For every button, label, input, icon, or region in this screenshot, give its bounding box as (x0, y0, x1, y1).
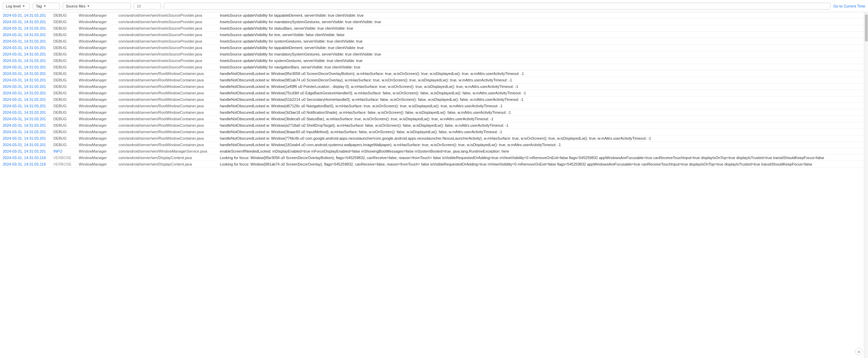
table-row: 2024-03-31, 14:31:03.201 DEBUG WindowMan… (0, 58, 864, 64)
log-time[interactable]: 2024-03-31, 14:31:03.201 (0, 77, 51, 83)
log-time[interactable]: 2024-03-31, 14:31:03.216 (0, 155, 51, 161)
log-time[interactable]: 2024-03-31, 14:31:03.201 (0, 12, 51, 19)
table-row: 2024-03-31, 14:31:03.201 DEBUG WindowMan… (0, 45, 864, 51)
log-time[interactable]: 2024-03-31, 14:31:03.201 (0, 25, 51, 32)
log-time[interactable]: 2024-03-31, 14:31:03.201 (0, 122, 51, 129)
log-message: Looking for focus: Window{981ab74 u0 Scr… (217, 161, 864, 168)
log-source: com/android/server/wm/RootWindowContaine… (116, 90, 217, 96)
search-input[interactable] (134, 3, 161, 10)
log-source: com/android/server/wm/RootWindowContaine… (116, 135, 217, 142)
table-row: 2024-03-31, 14:31:03.201 DEBUG WindowMan… (0, 109, 864, 116)
log-source: com/android/server/wm/RootWindowContaine… (116, 83, 217, 90)
log-level: DEBUG (51, 38, 76, 45)
log-level: DEBUG (51, 122, 76, 129)
log-time[interactable]: 2024-03-31, 14:31:03.201 (0, 142, 51, 148)
log-source: com/android/server/wm/RootWindowContaine… (116, 122, 217, 129)
log-time[interactable]: 2024-03-31, 14:31:03.201 (0, 148, 51, 155)
log-source: com/android/server/wm/InsetsSourceProvid… (116, 25, 217, 32)
log-tag: WindowManager (76, 19, 116, 25)
log-level: DEBUG (51, 12, 76, 19)
log-level: DEBUG (51, 71, 76, 77)
log-time[interactable]: 2024-03-31, 14:31:03.201 (0, 19, 51, 25)
log-level: VERBOSE (51, 161, 76, 168)
log-message: handleNotObscuredLocked w: Window{981ab7… (217, 77, 864, 83)
go-to-current-button[interactable]: Go to Current Time (833, 4, 865, 8)
log-level: DEBUG (51, 45, 76, 51)
log-message: handleNotObscuredLocked w: Window{d67126… (217, 103, 864, 109)
log-level-dropdown[interactable]: Log level ▼ (3, 3, 30, 10)
log-source: com/android/server/wm/RootWindowContaine… (116, 109, 217, 116)
log-message: InsetsSource updateVisibility for system… (217, 38, 864, 45)
log-tag: WindowManager (76, 83, 116, 90)
log-level: DEBUG (51, 96, 76, 103)
tag-dropdown[interactable]: Tag ▼ (33, 3, 60, 10)
log-time[interactable]: 2024-03-31, 14:31:03.201 (0, 71, 51, 77)
log-time[interactable]: 2024-03-31, 14:31:03.201 (0, 58, 51, 64)
log-time[interactable]: 2024-03-31, 14:31:03.201 (0, 32, 51, 38)
log-tag: WindowManager (76, 58, 116, 64)
log-message: handleNotObscuredLocked w: Window{a2718a… (217, 122, 864, 129)
log-message: handleNotObscuredLocked w: Window{3bdeca… (217, 116, 864, 122)
log-message: handleNotObscuredLocked w: Window{75cd3b… (217, 90, 864, 96)
log-table-container: 2024-03-31, 14:31:03.201 DEBUG WindowMan… (0, 12, 868, 168)
table-row: 2024-03-31, 14:31:03.201 DEBUG WindowMan… (0, 135, 864, 142)
table-row: 2024-03-31, 14:31:03.201 DEBUG WindowMan… (0, 142, 864, 148)
log-message: InsetsSource updateVisibility for system… (217, 58, 864, 64)
log-level: INFO (51, 148, 76, 155)
log-time[interactable]: 2024-03-31, 14:31:03.201 (0, 103, 51, 109)
log-tag: WindowManager (76, 77, 116, 83)
log-tag: WindowManager (76, 90, 116, 96)
log-level-label: Log level (6, 4, 21, 8)
log-level: DEBUG (51, 83, 76, 90)
log-message: InsetsSource updateVisibility for mandat… (217, 51, 864, 58)
log-tag: WindowManager (76, 25, 116, 32)
log-tag: WindowManager (76, 64, 116, 71)
log-level: DEBUG (51, 19, 76, 25)
table-row: 2024-03-31, 14:31:03.201 DEBUG WindowMan… (0, 96, 864, 103)
search-wide-input[interactable] (164, 3, 830, 10)
scrollbar[interactable] (864, 12, 868, 168)
table-row: 2024-03-31, 14:31:03.201 DEBUG WindowMan… (0, 77, 864, 83)
log-level: DEBUG (51, 64, 76, 71)
log-tag: WindowManager (76, 103, 116, 109)
toolbar: Log level ▼ Tag ▼ Source files ▼ Go to C… (0, 0, 868, 12)
log-level: DEBUG (51, 129, 76, 135)
log-time[interactable]: 2024-03-31, 14:31:03.201 (0, 109, 51, 116)
log-time[interactable]: 2024-03-31, 14:31:03.201 (0, 116, 51, 122)
log-source: com/android/server/wm/InsetsSourceProvid… (116, 32, 217, 38)
log-tag: WindowManager (76, 12, 116, 19)
log-time[interactable]: 2024-03-31, 14:31:03.201 (0, 64, 51, 71)
log-source: com/android/server/wm/InsetsSourceProvid… (116, 58, 217, 64)
log-source: com/android/server/wm/InsetsSourceProvid… (116, 19, 217, 25)
log-time[interactable]: 2024-03-31, 14:31:03.201 (0, 83, 51, 90)
log-level: DEBUG (51, 103, 76, 109)
chevron-down-icon: ▼ (87, 4, 90, 8)
log-source: com/android/server/wm/InsetsSourceProvid… (116, 64, 217, 71)
log-time[interactable]: 2024-03-31, 14:31:03.201 (0, 45, 51, 51)
log-level: DEBUG (51, 135, 76, 142)
log-tag: WindowManager (76, 148, 116, 155)
source-files-dropdown[interactable]: Source files ▼ (63, 3, 131, 10)
log-message: handleNotObscuredLocked w: Window{51b221… (217, 96, 864, 103)
table-row: 2024-03-31, 14:31:03.201 DEBUG WindowMan… (0, 32, 864, 38)
log-message: InsetsSource updateVisibility for status… (217, 25, 864, 32)
table-row: 2024-03-31, 14:31:03.216 VERBOSE WindowM… (0, 155, 864, 161)
log-source: com/android/server/wm/InsetsSourceProvid… (116, 51, 217, 58)
log-time[interactable]: 2024-03-31, 14:31:03.201 (0, 96, 51, 103)
scrollbar-thumb[interactable] (865, 14, 868, 42)
log-source: com/android/server/wm/DisplayContent.jav… (116, 161, 217, 168)
log-tag: WindowManager (76, 129, 116, 135)
log-time[interactable]: 2024-03-31, 14:31:03.216 (0, 161, 51, 168)
log-time[interactable]: 2024-03-31, 14:31:03.201 (0, 135, 51, 142)
table-row: 2024-03-31, 14:31:03.216 VERBOSE WindowM… (0, 161, 864, 168)
log-time[interactable]: 2024-03-31, 14:31:03.201 (0, 129, 51, 135)
log-time[interactable]: 2024-03-31, 14:31:03.201 (0, 51, 51, 58)
log-message: handleNotObscuredLocked w: Window{181eab… (217, 142, 864, 148)
log-level: DEBUG (51, 58, 76, 64)
log-time[interactable]: 2024-03-31, 14:31:03.201 (0, 38, 51, 45)
log-tag: WindowManager (76, 109, 116, 116)
log-time[interactable]: 2024-03-31, 14:31:03.201 (0, 90, 51, 96)
log-message: enableScreenIfNeededLocked: mDisplayEnab… (217, 148, 864, 155)
log-source: com/android/server/wm/RootWindowContaine… (116, 129, 217, 135)
log-message: handleNotObscuredLocked w: Window{77fdc4… (217, 135, 864, 142)
